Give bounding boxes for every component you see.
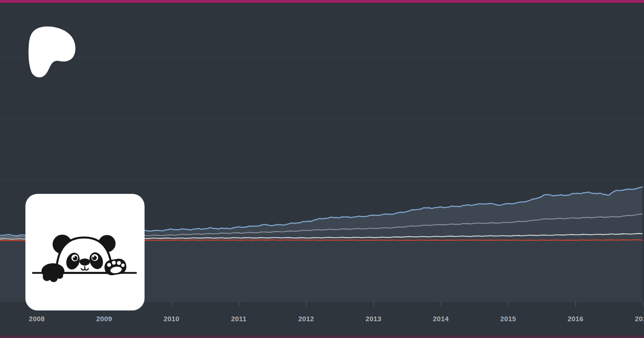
top-border xyxy=(0,0,644,3)
x-tick-label: 2012 xyxy=(298,315,314,323)
x-tick-label: 2011 xyxy=(231,315,247,323)
x-tick-label: 2015 xyxy=(500,315,516,323)
bottom-border xyxy=(0,335,644,338)
blob-shape xyxy=(29,26,75,77)
x-tick-label: 2017 xyxy=(635,315,644,323)
x-tick-label: 2010 xyxy=(164,315,179,323)
x-tick-label: 2014 xyxy=(433,315,449,323)
chart-canvas: 2008200920102011201220132014201520162017 xyxy=(0,0,644,338)
peeking-panda-icon xyxy=(25,194,145,310)
x-tick-label: 2013 xyxy=(366,315,381,323)
panda-card xyxy=(25,194,145,310)
x-tick-label: 2008 xyxy=(29,315,45,323)
x-tick-label: 2009 xyxy=(96,315,112,323)
x-tick-label: 2016 xyxy=(567,315,583,323)
patreon-blob-logo-icon xyxy=(28,26,76,78)
